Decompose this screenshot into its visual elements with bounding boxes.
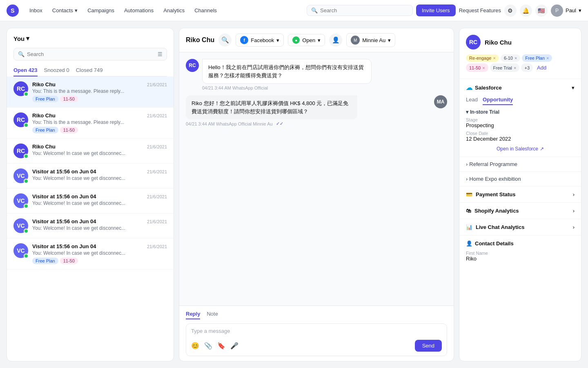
- reply-placeholder[interactable]: Type a message: [191, 328, 442, 337]
- remove-tag-icon[interactable]: ×: [514, 56, 517, 61]
- attachment-icon[interactable]: 📎: [204, 342, 212, 350]
- contact-tag: Free Trial×: [490, 63, 520, 72]
- conv-time: 21/6/2021: [147, 82, 167, 87]
- conv-tag: 11-50: [60, 258, 78, 264]
- microphone-icon[interactable]: 🎤: [230, 342, 238, 350]
- reply-input-container: Type a message 😊 📎 🔖 🎤 Send: [186, 323, 447, 356]
- referral-programme-row[interactable]: › Referral Programme: [459, 157, 581, 172]
- conversation-item[interactable]: VCVisitor at 15:56 on Jun 0421/6/2021You…: [7, 188, 174, 213]
- conversation-item[interactable]: RCRiko Chu21/6/2021You: This is the a me…: [7, 76, 174, 108]
- chat-messages: RCHello！我之前在門店試用過你們的床褥，想問你們有沒有安排送貨服務？怎樣才…: [179, 52, 454, 305]
- search-icon: 🔍: [18, 51, 24, 57]
- conversation-item[interactable]: RCRiko Chu21/6/2021You: Welcome! In case…: [7, 139, 174, 164]
- salesforce-header[interactable]: ☁ Salesforce ▾: [459, 79, 581, 96]
- remove-tag-icon[interactable]: ×: [493, 56, 495, 61]
- payment-status-title: 💳 Payment Status: [466, 191, 516, 197]
- conv-tags: Free Plan11-50: [32, 127, 167, 133]
- conv-preview: You: Welcome! In case we get disconnec..…: [32, 175, 167, 181]
- shopify-section[interactable]: 🛍 Shopify Analytics ›: [459, 203, 581, 219]
- conversation-item[interactable]: VCVisitor at 15:56 on Jun 0421/6/2021You…: [7, 164, 174, 188]
- chat-header: Riko Chu 🔍 f Facebook ▾ ● Open ▾ 👤 M Min…: [179, 28, 454, 52]
- you-dropdown[interactable]: You ▾: [13, 33, 29, 44]
- nav-channels[interactable]: Channels: [190, 5, 221, 16]
- conv-tags: Free Plan11-50: [32, 96, 167, 102]
- nav-automations[interactable]: Automations: [120, 5, 158, 16]
- channel-selector[interactable]: f Facebook ▾: [236, 34, 284, 47]
- search-input[interactable]: [320, 7, 408, 13]
- conv-avatar: RC: [13, 112, 28, 127]
- open-salesforce-link[interactable]: Open in Salesforce ↗: [466, 146, 575, 152]
- conversation-tabs: Open 423 Snoozed 0 Closed 749: [13, 65, 167, 76]
- whatsapp-status-dot: [24, 154, 29, 159]
- facebook-icon: f: [240, 36, 248, 44]
- left-header: You ▾ 🔍 ☰ Open 423 Snoozed 0 Closed 749: [7, 28, 174, 76]
- home-expo-row[interactable]: › Home Expo exhibition: [459, 172, 581, 186]
- conversation-item[interactable]: VCVisitor at 15:56 on Jun 0421/6/2021You…: [7, 238, 174, 269]
- chevron-down-icon: ▾: [466, 109, 468, 115]
- conv-avatar: VC: [13, 168, 28, 183]
- contact-tag: Free Plan×: [522, 54, 552, 62]
- conv-preview: You: Welcome! In case we get disconnec..…: [32, 200, 167, 206]
- reply-tools: 😊 📎 🔖 🎤: [191, 342, 238, 350]
- tab-note[interactable]: Note: [207, 311, 218, 319]
- remove-tag-icon[interactable]: ×: [482, 65, 485, 70]
- referral-label: Referral Programme: [469, 161, 517, 167]
- conv-time: 21/6/2021: [147, 194, 167, 199]
- nav-analytics[interactable]: Analytics: [159, 5, 189, 16]
- assign-icon[interactable]: 👤: [329, 34, 342, 47]
- bell-icon[interactable]: 🔔: [520, 4, 532, 17]
- contact-tag: Re-engage×: [466, 54, 499, 62]
- message-avatar: MA: [434, 95, 447, 108]
- remove-tag-icon[interactable]: ×: [514, 65, 516, 70]
- conv-name: Visitor at 15:56 on Jun 04: [32, 218, 96, 224]
- tab-closed[interactable]: Closed 749: [76, 65, 103, 76]
- tab-snoozed[interactable]: Snoozed 0: [44, 65, 69, 76]
- tab-opportunity[interactable]: Opportunity: [483, 96, 513, 105]
- conversation-search-input[interactable]: [27, 51, 155, 57]
- tab-reply[interactable]: Reply: [186, 311, 200, 319]
- nav-campaigns[interactable]: Campaigns: [83, 5, 118, 16]
- chat-search-icon[interactable]: 🔍: [218, 34, 232, 47]
- status-selector[interactable]: ● Open ▾: [288, 34, 325, 46]
- conversation-item[interactable]: RCRiko Chu21/6/2021You: This is the a me…: [7, 108, 174, 139]
- middle-panel: Riko Chu 🔍 f Facebook ▾ ● Open ▾ 👤 M Min…: [179, 28, 454, 361]
- conv-time: 21/6/2021: [147, 113, 167, 118]
- filter-icon[interactable]: ☰: [158, 51, 163, 57]
- contact-header: RC Riko Chu Re-engage×6-10×Free Plan×11-…: [459, 28, 581, 79]
- global-search: 🔍: [307, 5, 413, 16]
- conv-tag: Free Plan: [32, 127, 58, 133]
- conv-tag: 11-50: [60, 127, 78, 133]
- left-panel: You ▾ 🔍 ☰ Open 423 Snoozed 0 Closed 749 …: [7, 28, 174, 361]
- conversation-item[interactable]: VCVisitor at 15:56 on Jun 0421/6/2021You…: [7, 213, 174, 238]
- tab-open[interactable]: Open 423: [13, 65, 38, 76]
- right-panel: RC Riko Chu Re-engage×6-10×Free Plan×11-…: [459, 28, 581, 361]
- payment-status-section[interactable]: 💳 Payment Status ›: [459, 186, 581, 203]
- request-features-link[interactable]: Request Features: [459, 7, 501, 13]
- chevron-down-icon: ▾: [572, 85, 575, 91]
- tab-lead[interactable]: Lead: [466, 96, 478, 105]
- external-link-icon: ↗: [540, 146, 544, 152]
- conversation-search: 🔍 ☰: [13, 48, 167, 61]
- send-button[interactable]: Send: [415, 340, 442, 352]
- agent-selector[interactable]: M Minnie Au ▾: [346, 33, 395, 47]
- add-tag-button[interactable]: Add: [535, 63, 549, 72]
- remove-tag-icon[interactable]: ×: [546, 56, 549, 61]
- settings-icon[interactable]: ⚙: [504, 4, 517, 17]
- language-icon[interactable]: 🇺🇸: [535, 4, 548, 17]
- livechat-section[interactable]: 📊 Live Chat Analytics ›: [459, 219, 581, 236]
- bookmark-icon[interactable]: 🔖: [217, 342, 225, 350]
- message-meta: 04/21 3:44 AM WhatsApp Official: [202, 85, 444, 90]
- conv-tag: Free Plan: [32, 258, 58, 264]
- top-navigation: S Inbox Contacts ▾ Campaigns Automations…: [0, 0, 588, 21]
- salesforce-section: ☁ Salesforce ▾ Lead Opportunity ▾ In-sto…: [459, 79, 581, 157]
- user-menu[interactable]: P Paul ▾: [551, 4, 581, 17]
- conv-preview: You: Welcome! In case we get disconnec..…: [32, 225, 167, 231]
- nav-inbox[interactable]: Inbox: [25, 5, 47, 16]
- nav-contacts[interactable]: Contacts ▾: [48, 5, 82, 16]
- chevron-down-icon: ▾: [318, 37, 321, 43]
- agent-name: Minnie Au: [362, 37, 385, 43]
- invite-users-button[interactable]: Invite Users: [416, 4, 456, 16]
- conv-tags: Free Plan11-50: [32, 258, 167, 264]
- conv-preview: You: Welcome! In case we get disconnec..…: [32, 150, 167, 156]
- emoji-icon[interactable]: 😊: [191, 342, 199, 350]
